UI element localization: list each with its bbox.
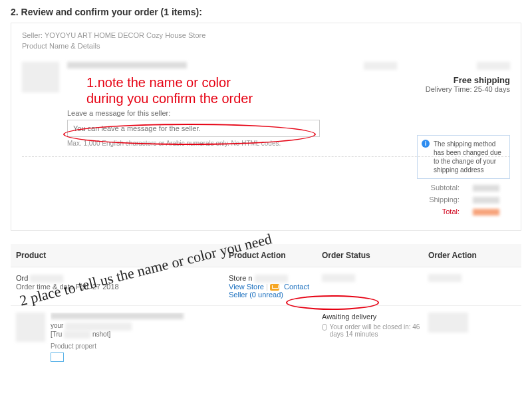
order-totals: Subtotal: Shipping: Total: <box>22 184 510 215</box>
variant-tru: [Tru <box>51 331 62 338</box>
col-product: Product <box>16 251 229 260</box>
message-label: Leave a message for this seller: <box>67 109 320 117</box>
message-hint: Max. 1,000 English characters or Arabic … <box>67 140 320 147</box>
shipping-label: Shipping: <box>429 196 460 204</box>
order-review-box: Seller: YOYOYU ART HOME DECOR Cozy House… <box>11 23 521 231</box>
product-row: Free shipping Delivery Time: 25-40 days <box>22 62 510 93</box>
order-id-prefix: Ord <box>16 274 28 282</box>
col-order-status: Order Status <box>322 251 428 260</box>
product-details-label: Product Name & Details <box>22 42 510 50</box>
shipping-notice: i The shipping method has been changed d… <box>417 135 510 179</box>
orders-table: Product Product Action Order Status Orde… <box>11 244 521 370</box>
table-row: Ord Order time & date Feb. 27 2018 Store… <box>11 267 521 306</box>
clock-icon <box>322 324 327 331</box>
order-close-timer: Your order will be closed in: 46 days 14… <box>322 323 428 338</box>
blurred-text <box>51 313 184 319</box>
delivery-time-label: Delivery Time: 25-40 days <box>404 85 510 93</box>
blurred-text <box>65 323 132 331</box>
page-title: 2. Review and confirm your order (1 item… <box>0 0 532 23</box>
blurred-text <box>64 331 90 339</box>
shipping-notice-text: The shipping method has been changed due… <box>434 140 501 174</box>
blurred-text <box>255 275 288 283</box>
table-header: Product Product Action Order Status Orde… <box>11 244 521 267</box>
blurred-button <box>428 313 468 333</box>
envelope-icon <box>270 284 279 291</box>
order-date: Order time & date Feb. 27 2018 <box>16 283 119 291</box>
table-sub-row: your [Tru nshot] Product propert Awaitin… <box>11 306 521 370</box>
store-name-prefix: Store n <box>229 274 252 282</box>
blurred-text <box>473 209 499 215</box>
variant-nshot: nshot] <box>92 331 110 338</box>
blurred-text <box>428 274 462 282</box>
seller-message-input[interactable] <box>67 120 320 137</box>
free-shipping-label: Free shipping <box>404 75 510 85</box>
blurred-text <box>30 275 63 283</box>
subtotal-label: Subtotal: <box>431 184 460 192</box>
blurred-text <box>364 62 397 70</box>
blurred-text <box>473 197 499 204</box>
product-property-label: Product propert <box>51 343 229 350</box>
seller-label: Seller: YOYOYU ART HOME DECOR Cozy House… <box>22 31 510 39</box>
col-order-action: Order Action <box>428 251 516 260</box>
blurred-text <box>477 62 510 70</box>
variant-your: your <box>51 322 63 329</box>
blurred-text <box>322 274 355 282</box>
variant-swatch[interactable] <box>51 352 64 362</box>
product-thumbnail <box>16 313 45 342</box>
product-thumbnail <box>22 62 59 92</box>
total-label: Total: <box>442 208 460 215</box>
view-store-link[interactable]: View Store <box>229 283 264 291</box>
order-status-text: Awaiting delivery <box>322 313 428 321</box>
info-icon: i <box>422 140 430 148</box>
blurred-text <box>473 185 499 192</box>
blurred-text <box>67 62 187 69</box>
seller-message-block: Leave a message for this seller: Max. 1,… <box>67 109 320 147</box>
col-product-action: Product Action <box>229 251 322 260</box>
